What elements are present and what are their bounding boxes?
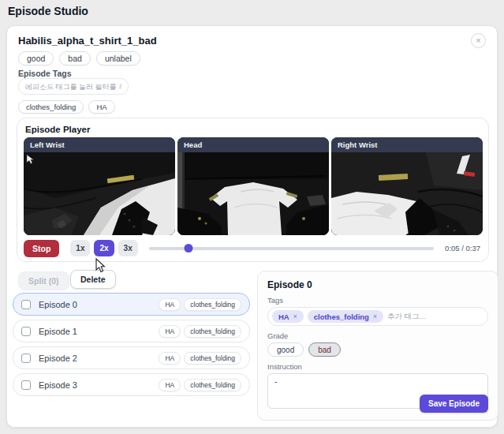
detail-tag-chip-ha[interactable]: HA × [272,310,304,323]
episode-checkbox[interactable] [21,327,31,336]
grade-buttons: good bad [267,342,488,357]
save-episode-button[interactable]: Save Episode [420,395,488,413]
episode-label: Episode 0 [39,300,77,309]
stop-button[interactable]: Stop [24,240,59,257]
speed-2x-button[interactable]: 2x [94,240,114,256]
detail-tags-input[interactable]: HA × clothes_folding × 추가 태그... [267,307,488,326]
filter-bad-button[interactable]: bad [59,51,91,65]
right-wrist-video-frame [331,152,483,235]
episode-detail-panel: Episode 0 Tags HA × clothes_folding × 추가… [257,271,498,421]
episode-badge: HA [159,379,181,391]
episode-list-item-2[interactable]: Episode 2 HA clothes_folding [13,346,250,369]
video-label-left-wrist: Left Wrist [24,137,175,152]
grade-bad-button[interactable]: bad [308,342,341,357]
episode-badge: HA [159,325,181,338]
split-button[interactable]: Split (0) [18,271,69,290]
episode-badge: clothes_folding [184,325,241,338]
episode-label: Episode 1 [39,327,77,336]
episode-player: Episode Player Left Wrist [17,118,489,262]
episode-list-item-0[interactable]: Episode 0 HA clothes_folding [13,293,250,316]
video-panel-left-wrist[interactable]: Left Wrist [24,137,175,235]
episode-label: Episode 2 [39,354,77,363]
episode-checkbox[interactable] [21,380,31,390]
episode-tag-chips: clothes_folding HA [18,100,115,114]
delete-button[interactable]: Delete [70,270,116,289]
episode-badge: clothes_folding [184,298,241,311]
remove-tag-icon[interactable]: × [293,312,297,320]
playback-time: 0:05 / 0:37 [445,244,480,253]
episode-badge: HA [159,298,181,311]
episode-checkbox[interactable] [21,354,31,363]
grade-label: Grade [267,331,488,340]
tag-ha[interactable]: HA [88,100,114,114]
detail-title: Episode 0 [267,279,488,290]
episode-list-item-1[interactable]: Episode 1 HA clothes_folding [13,320,250,342]
remove-tag-icon[interactable]: × [373,312,377,320]
page-title: Episode Studio [8,5,88,17]
left-wrist-video-frame [24,152,175,235]
episode-badge: HA [159,352,181,365]
episode-badge: clothes_folding [184,379,241,391]
filter-unlabel-button[interactable]: unlabel [96,51,140,65]
episode-studio-modal: × Habilis_alpha_t_shirt_1_bad good bad u… [6,25,498,428]
tag-clothes-folding[interactable]: clothes_folding [18,100,84,114]
instruction-label: Instruction [267,362,488,371]
video-panel-head[interactable]: Head [177,137,329,235]
close-icon[interactable]: × [471,33,486,48]
episode-tags-label: Episode Tags [18,69,72,78]
speed-3x-button[interactable]: 3x [118,240,138,256]
dataset-title: Habilis_alpha_t_shirt_1_bad [18,35,157,47]
episode-list-item-3[interactable]: Episode 3 HA clothes_folding [13,373,250,396]
video-panel-right-wrist[interactable]: Right Wrist [331,137,483,235]
add-tag-placeholder[interactable]: 추가 태그... [387,312,426,322]
tag-filter-input[interactable] [18,78,129,95]
speed-1x-button[interactable]: 1x [70,240,90,256]
episode-player-title: Episode Player [25,125,90,134]
camera-panels: Left Wrist [24,137,483,235]
video-label-right-wrist: Right Wrist [331,137,483,152]
detail-tag-chip-clothes-folding[interactable]: clothes_folding × [308,310,383,323]
episode-badge: clothes_folding [184,352,241,365]
playback-controls: Stop 1x 2x 3x 0:05 / 0:37 [24,239,480,257]
grade-good-button[interactable]: good [267,342,304,357]
grade-filter-row: good bad unlabel [18,51,140,65]
filter-good-button[interactable]: good [18,51,54,65]
tag-chip-label: clothes_folding [314,312,369,321]
head-video-frame [177,152,329,235]
episode-checkbox[interactable] [21,300,31,309]
detail-tags-label: Tags [267,296,488,305]
episode-label: Episode 3 [39,380,77,390]
seek-slider[interactable] [149,247,434,250]
tag-chip-label: HA [278,312,289,321]
video-label-head: Head [177,137,329,152]
seek-slider-thumb[interactable] [185,244,193,253]
